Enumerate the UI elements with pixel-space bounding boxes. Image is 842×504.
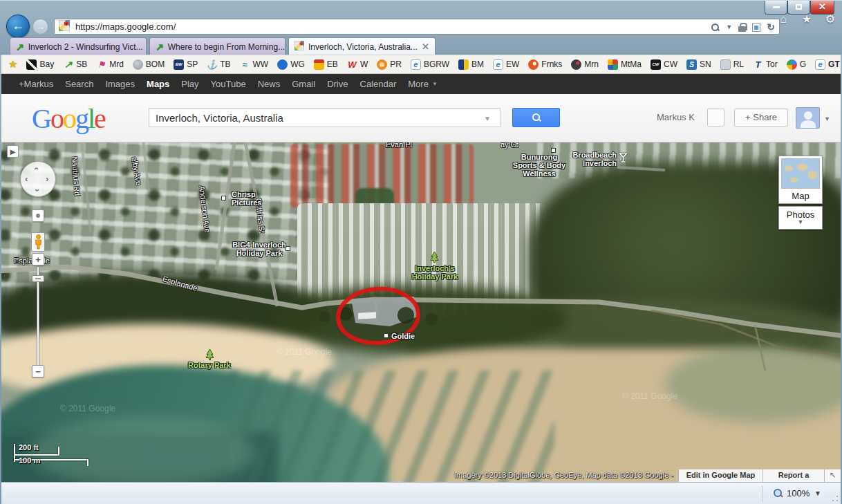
favorite-sn[interactable]: SSN [686, 59, 711, 70]
favorite-bom[interactable]: BOM [133, 59, 165, 70]
google-maps-favicon-icon [294, 41, 304, 53]
favorite-bay[interactable]: Bay [26, 59, 54, 70]
place-label-goldie[interactable]: Goldie [391, 332, 415, 340]
favorite-bgrw[interactable]: eBGRW [411, 59, 449, 70]
favorite-gt[interactable]: eGT▼ [815, 59, 841, 70]
user-name[interactable]: Markus K [657, 112, 695, 122]
place-label-big4[interactable]: BIG4 Inverloch Holiday Park [232, 241, 287, 257]
search-icon[interactable] [711, 23, 720, 32]
refresh-icon[interactable]: ↻ [767, 21, 775, 32]
poi-marker[interactable] [221, 196, 226, 200]
nav-search[interactable]: Search [65, 79, 93, 89]
pan-control[interactable]: ‹ ‹ ‹ › [20, 161, 56, 197]
minimize-button[interactable] [765, 1, 787, 15]
nav-youtube[interactable]: YouTube [211, 79, 246, 89]
back-button[interactable]: ← [6, 15, 30, 38]
page-zoom-icon[interactable] [773, 488, 783, 498]
page-zoom-value[interactable]: 100% [787, 488, 810, 498]
favorite-mrd[interactable]: ⚑Mrd [96, 59, 124, 70]
favorite-mrn[interactable]: Mrn [571, 59, 599, 70]
forward-button[interactable]: → [32, 19, 48, 35]
favorite-tor[interactable]: TTor [753, 59, 778, 70]
nav-drive[interactable]: Drive [327, 79, 348, 89]
nav-play[interactable]: Play [181, 79, 198, 89]
zoom-out-button[interactable]: − [32, 365, 44, 377]
building [358, 312, 376, 319]
share-button[interactable]: + Share [734, 109, 788, 127]
favorite-sp[interactable]: BWSP [174, 59, 198, 70]
zoom-slider-handle[interactable] [32, 275, 44, 282]
map-canvas[interactable]: © 2011 Google © 2011 Google © 2011 Googl… [1, 142, 841, 482]
compatibility-view-icon[interactable] [752, 23, 760, 32]
tab-google-maps[interactable]: Inverloch, Victoria, Australia... ✕ [288, 37, 436, 55]
pan-right-icon[interactable]: › [46, 176, 48, 183]
lock-icon[interactable] [738, 23, 746, 32]
map-view-button[interactable]: Map [778, 156, 823, 204]
place-label-broadbeach[interactable]: Broadbeach Inverloch [571, 151, 617, 167]
home-icon[interactable]: ⌂ [777, 13, 789, 26]
poi-marker[interactable] [384, 333, 389, 338]
favorite-g[interactable]: G [787, 59, 806, 70]
favorite-ew[interactable]: eEW [493, 59, 519, 70]
favorite-w[interactable]: WW [347, 59, 368, 70]
pan-up-icon[interactable]: ‹ [33, 167, 40, 170]
place-label-chrisp-pictures[interactable]: Chrisp Pictures [232, 190, 270, 207]
search-history-chevron-icon[interactable]: ▼ [484, 115, 491, 122]
google-g-icon [787, 59, 797, 70]
collapse-corner-button[interactable]: ↖ [824, 469, 841, 482]
pan-down-icon[interactable]: ‹ [33, 189, 40, 192]
pan-left-icon[interactable]: ‹ [25, 176, 28, 183]
park-label-rotary-park[interactable]: Rotary Park [188, 361, 231, 369]
nav-news[interactable]: News [258, 79, 281, 89]
favorite-pr[interactable]: PR [377, 59, 402, 70]
nav-images[interactable]: Images [105, 79, 135, 89]
favorite-sb[interactable]: ↗SB [63, 59, 87, 70]
google-maps-favicon-icon [59, 20, 70, 34]
park-label-inverlochs-holiday-park[interactable]: Inverloch's Holiday Park [408, 264, 462, 281]
close-button[interactable]: ✕ [810, 1, 834, 15]
blue-circle-icon [277, 59, 288, 70]
nav-plus-markus[interactable]: +Markus [19, 79, 53, 89]
reset-view-button[interactable] [32, 209, 44, 222]
photos-view-button[interactable]: Photos ▼ [778, 206, 823, 230]
maps-search-input[interactable] [149, 108, 500, 127]
favorite-mtma[interactable]: MtMa [608, 59, 642, 70]
favorite-ww[interactable]: ≈WW [240, 59, 269, 70]
nav-maps[interactable]: Maps [147, 79, 169, 89]
side-panel-expand-button[interactable]: ▶ [7, 145, 19, 158]
zoom-chevron-icon[interactable]: ▼ [814, 489, 821, 497]
favorite-bm[interactable]: BM [458, 59, 484, 70]
avatar[interactable] [796, 107, 820, 129]
nav-calendar[interactable]: Calendar [360, 79, 397, 89]
maximize-button[interactable] [787, 1, 810, 15]
report-problem-button[interactable]: Report a problem [763, 469, 824, 482]
search-dropdown-icon[interactable]: ▼ [726, 24, 732, 30]
favorite-cw[interactable]: CWCW [651, 59, 677, 70]
account-chevron-icon[interactable]: ▼ [824, 115, 830, 122]
anchor-icon: ⚓ [207, 59, 217, 70]
place-label-bunurong[interactable]: Bunurong Sports & Body Wellness [510, 153, 568, 178]
arrow-top-left-icon: ↖ [829, 470, 836, 480]
favorite-frnks[interactable]: Frnks [528, 59, 562, 70]
search-icon [532, 113, 541, 122]
tools-gear-icon[interactable]: ⚙ [824, 13, 836, 26]
favorites-star-icon[interactable]: ★ [801, 13, 813, 26]
tab-where-to-begin[interactable]: ↗ Where to begin From Morning... [149, 37, 286, 55]
notifications-button[interactable] [707, 109, 724, 127]
favorite-eb[interactable]: EB [314, 59, 338, 70]
resize-grip[interactable] [831, 495, 839, 503]
edit-map-maker-button[interactable]: Edit in Google Map Maker [678, 469, 763, 482]
address-bar[interactable]: https://maps.google.com/ ▼ ↻ [54, 19, 780, 35]
favorite-rl[interactable]: RL [720, 59, 744, 70]
favorite-wg[interactable]: WG [277, 59, 305, 70]
tab-windsurfing[interactable]: ↗ Inverloch 2 - Windsurfing Vict... [10, 37, 147, 55]
maps-search-button[interactable] [512, 108, 560, 127]
add-favorite-star-icon[interactable]: ★ [8, 58, 17, 71]
tab-close-icon[interactable]: ✕ [422, 41, 429, 52]
favorite-tb[interactable]: ⚓TB [207, 59, 230, 70]
pegman-control[interactable] [31, 232, 45, 252]
nav-gmail[interactable]: Gmail [292, 79, 315, 89]
zoom-in-button[interactable]: + [32, 253, 44, 265]
poi-marker[interactable] [551, 148, 556, 153]
nav-more[interactable]: More [408, 79, 429, 89]
